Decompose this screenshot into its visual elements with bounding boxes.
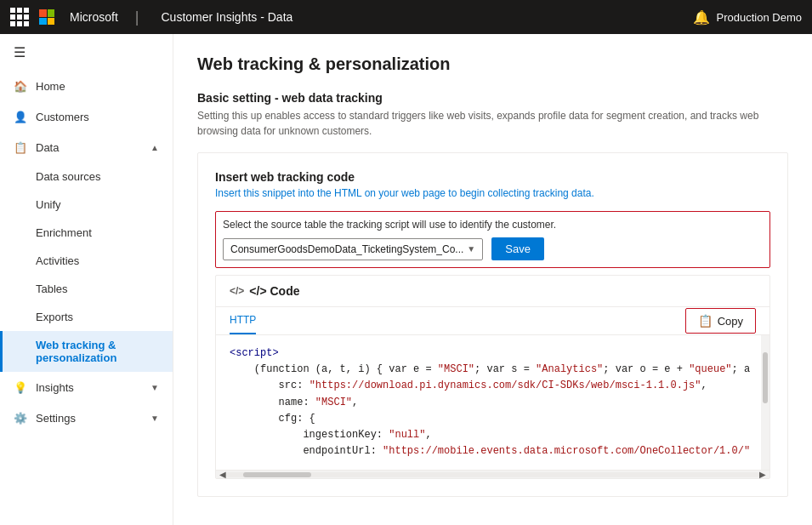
- sidebar-label-settings: Settings: [36, 412, 76, 425]
- sidebar-label-insights: Insights: [36, 381, 74, 394]
- microsoft-logo: [39, 9, 54, 25]
- sidebar-label-home: Home: [36, 80, 65, 93]
- page-title: Web tracking & personalization: [197, 54, 788, 74]
- settings-icon: ⚙️: [14, 411, 27, 425]
- scrollbar-thumb-y: [763, 352, 768, 403]
- sidebar-item-home[interactable]: 🏠 Home: [0, 71, 173, 101]
- sidebar-label-unify: Unify: [36, 198, 61, 211]
- code-line-6: cfg: {: [230, 411, 756, 427]
- sidebar-item-tables[interactable]: Tables: [0, 275, 173, 303]
- code-line-5: name: "MSCI",: [230, 395, 756, 411]
- waffle-button[interactable]: [10, 8, 29, 26]
- code-line-2: (function (a, t, i) { var e = "MSCI"; va…: [230, 362, 756, 378]
- code-inner-bar: HTTP 📋 Copy: [216, 307, 769, 335]
- code-line-8: ingestionKey: "null",: [230, 427, 756, 443]
- code-tab-bar: </> </> Code: [216, 276, 769, 307]
- sidebar-label-customers: Customers: [36, 111, 89, 123]
- code-line-4: src: "https://download.pi.dynamics.com/s…: [230, 378, 756, 394]
- card-link-text: Insert this snippet into the HTML on you…: [215, 187, 770, 199]
- sidebar-item-exports[interactable]: Exports: [0, 303, 173, 331]
- environment-label: Production Demo: [717, 11, 802, 24]
- sidebar-item-enrichment[interactable]: Enrichment: [0, 219, 173, 247]
- sidebar-label-activities: Activities: [36, 254, 79, 267]
- sidebar-label-enrichment: Enrichment: [36, 226, 92, 239]
- copy-btn-container: 📋 Copy: [685, 308, 756, 334]
- basic-setting-title: Basic setting - web data tracking: [197, 91, 788, 105]
- sidebar-item-data[interactable]: 📋 Data ▲: [0, 132, 173, 163]
- select-container: Select the source table the tracking scr…: [215, 211, 770, 268]
- select-value: ConsumerGoodsDemoData_TicketingSystem_Co…: [230, 243, 463, 255]
- insights-icon: 💡: [14, 380, 27, 394]
- scrollbar-track-x: [226, 472, 759, 477]
- sidebar-item-insights[interactable]: 💡 Insights ▼: [0, 372, 173, 402]
- microsoft-label: Microsoft: [70, 10, 118, 24]
- basic-setting-desc: Setting this up enables access to standa…: [197, 108, 788, 139]
- notifications-icon[interactable]: 🔔: [693, 9, 710, 26]
- sidebar-label-tables: Tables: [36, 282, 68, 295]
- code-block-container: <script> (function (a, t, i) { var e = "…: [216, 335, 769, 470]
- settings-chevron-icon: ▼: [150, 414, 159, 423]
- vertical-scrollbar[interactable]: [761, 335, 769, 470]
- scrollbar-thumb-x: [243, 472, 311, 477]
- sidebar-item-settings[interactable]: ⚙️ Settings ▼: [0, 402, 173, 433]
- app-title: Customer Insights - Data: [161, 10, 292, 24]
- sidebar-label-data: Data: [36, 141, 59, 154]
- sidebar-item-activities[interactable]: Activities: [0, 247, 173, 275]
- data-chevron-icon: ▲: [150, 143, 159, 152]
- top-nav: Microsoft | Customer Insights - Data 🔔 P…: [0, 0, 812, 34]
- code-tab-label: </> </> Code: [230, 276, 300, 306]
- customers-icon: 👤: [14, 110, 27, 123]
- horizontal-scrollbar[interactable]: ◀ ▶: [216, 470, 769, 478]
- sidebar-label-web-tracking: Web tracking & personalization: [36, 339, 116, 364]
- sidebar-item-unify[interactable]: Unify: [0, 191, 173, 219]
- sidebar-item-web-tracking[interactable]: Web tracking & personalization: [0, 331, 173, 372]
- waffle-icon: [10, 8, 29, 26]
- sidebar-label-data-sources: Data sources: [36, 170, 101, 183]
- hamburger-button[interactable]: ☰: [0, 34, 173, 71]
- main-content: Web tracking & personalization Basic set…: [173, 34, 812, 525]
- home-icon: 🏠: [14, 79, 27, 93]
- copy-label: Copy: [718, 315, 743, 328]
- source-table-select[interactable]: ConsumerGoodsDemoData_TicketingSystem_Co…: [223, 238, 483, 260]
- nav-separator: |: [135, 9, 139, 26]
- select-chevron-icon: ▼: [467, 244, 475, 254]
- main-layout: ☰ 🏠 Home 👤 Customers 📋 Data ▲ Data sourc…: [0, 34, 812, 525]
- scroll-right-icon[interactable]: ▶: [759, 470, 766, 479]
- copy-button[interactable]: 📋 Copy: [685, 308, 756, 334]
- sidebar-label-exports: Exports: [36, 311, 73, 323]
- select-label: Select the source table the tracking scr…: [223, 219, 763, 231]
- save-button[interactable]: Save: [491, 237, 544, 260]
- data-icon: 📋: [14, 140, 27, 154]
- code-line-9: endpointUrl: "https://mobile.events.data…: [230, 443, 756, 459]
- code-block[interactable]: <script> (function (a, t, i) { var e = "…: [216, 335, 769, 470]
- sidebar: ☰ 🏠 Home 👤 Customers 📋 Data ▲ Data sourc…: [0, 34, 173, 525]
- code-section: </> </> Code HTTP 📋 Copy <scrip: [215, 275, 770, 479]
- insights-chevron-icon: ▼: [150, 383, 159, 392]
- card-title: Insert web tracking code: [215, 170, 770, 184]
- select-inner: Select the source table the tracking scr…: [223, 219, 763, 260]
- copy-icon: 📋: [698, 314, 713, 328]
- top-nav-right: 🔔 Production Demo: [693, 9, 802, 26]
- code-icon: </>: [230, 285, 244, 297]
- sidebar-item-data-sources[interactable]: Data sources: [0, 163, 173, 191]
- code-line-1: <script>: [230, 345, 756, 362]
- code-card: Insert web tracking code Insert this sni…: [197, 152, 788, 497]
- scroll-left-icon[interactable]: ◀: [219, 470, 226, 479]
- tab-http[interactable]: HTTP: [230, 307, 256, 334]
- sidebar-item-customers[interactable]: 👤 Customers: [0, 101, 173, 132]
